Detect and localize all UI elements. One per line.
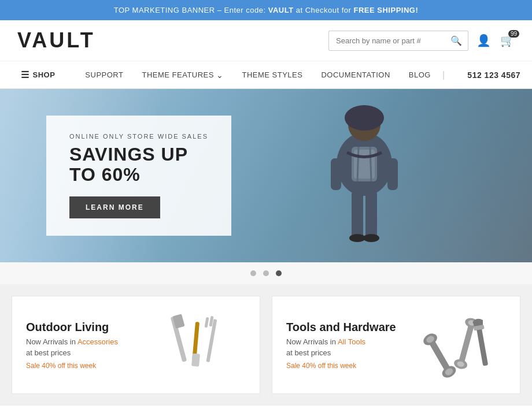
header: VAULT 🔍 👤 🛒 99	[0, 20, 532, 61]
hamburger-icon: ☰	[21, 69, 29, 80]
card-tools-title: Tools and Hardware	[286, 321, 402, 334]
shop-nav-item[interactable]: ☰ SHOP	[12, 61, 64, 88]
main-nav: ☰ SHOP SUPPORT THEME FEATURES ⌄ THEME ST…	[0, 61, 532, 89]
card-outdoor-image	[142, 310, 246, 380]
shop-label: SHOP	[33, 70, 56, 79]
search-icon: 🔍	[450, 36, 462, 46]
tools-sale-off: 40% off	[302, 362, 325, 370]
nav-links: SUPPORT THEME FEATURES ⌄ THEME STYLES DO…	[76, 62, 520, 88]
hero-person-image	[266, 89, 463, 262]
user-icon: 👤	[476, 34, 491, 47]
nav-theme-styles[interactable]: THEME STYLES	[232, 62, 312, 87]
banner-text-prefix: TOP MARKETING BANNER – Enter code:	[114, 6, 268, 14]
search-button[interactable]: 🔍	[445, 31, 468, 50]
top-banner: TOP MARKETING BANNER – Enter code: VAULT…	[0, 0, 532, 20]
nav-divider: |	[440, 70, 447, 80]
chevron-down-icon: ⌄	[216, 70, 224, 80]
card-outdoor-info: Outdoor Living Now Arrivals in Accessori…	[26, 321, 142, 370]
svg-point-9	[349, 234, 365, 242]
product-cards-section: Outdoor Living Now Arrivals in Accessori…	[0, 284, 532, 406]
search-bar: 🔍	[328, 31, 468, 51]
header-icons: 👤 🛒 99	[476, 34, 515, 47]
card-outdoor-title: Outdoor Living	[26, 321, 142, 334]
featured-products-title: FEATURED PRODUCTS	[0, 406, 532, 416]
card-tools-sale: Sale 40% off this week	[286, 362, 402, 370]
search-input[interactable]	[329, 32, 445, 49]
cart-button[interactable]: 🛒 99	[500, 34, 515, 47]
nav-theme-features[interactable]: THEME FEATURES ⌄	[132, 62, 232, 88]
hero-title: SAVINGS UP TO 60%	[69, 144, 208, 185]
carousel-dot-3[interactable]	[276, 270, 282, 276]
hero-content-box: ONLINE ONLY STORE WIDE SALES SAVINGS UP …	[46, 116, 231, 236]
carousel-dot-1[interactable]	[250, 270, 256, 276]
svg-line-6	[370, 147, 371, 181]
card-tools-subtitle: Now Arrivals in All Tools	[286, 337, 402, 346]
svg-rect-18	[204, 317, 209, 328]
svg-rect-25	[458, 323, 474, 365]
svg-point-2	[345, 105, 384, 131]
carousel-dots	[0, 262, 532, 284]
user-icon-button[interactable]: 👤	[476, 34, 491, 47]
svg-rect-8	[365, 192, 377, 238]
svg-rect-7	[352, 192, 363, 238]
card-outdoor-sale: Sale 40% off this week	[26, 362, 142, 370]
banner-text-suffix: at Checkout for	[294, 6, 354, 14]
hero-section: ONLINE ONLY STORE WIDE SALES SAVINGS UP …	[0, 89, 532, 262]
nav-phone[interactable]: 512 123 4567	[467, 70, 520, 80]
svg-line-5	[357, 147, 359, 181]
svg-rect-16	[191, 354, 200, 367]
nav-documentation[interactable]: DOCUMENTATION	[312, 62, 399, 87]
card-tools-link[interactable]: All Tools	[338, 337, 365, 346]
card-outdoor-price: at best prices	[26, 348, 142, 357]
svg-point-10	[363, 234, 379, 242]
outdoor-sale-off: 40% off	[42, 362, 65, 370]
banner-free: FREE SHIPPING!	[354, 6, 419, 14]
product-card-outdoor: Outdoor Living Now Arrivals in Accessori…	[12, 296, 260, 394]
svg-rect-12	[387, 158, 398, 190]
card-tools-image	[402, 310, 506, 380]
product-card-tools: Tools and Hardware Now Arrivals in All T…	[272, 296, 520, 394]
cart-count: 99	[508, 30, 519, 38]
svg-rect-11	[331, 158, 341, 190]
hero-subtitle: ONLINE ONLY STORE WIDE SALES	[69, 133, 208, 140]
header-right: 🔍 👤 🛒 99	[328, 31, 515, 51]
carousel-dot-2[interactable]	[263, 270, 269, 276]
hero-learn-more-button[interactable]: LEARN MORE	[69, 196, 160, 218]
nav-blog[interactable]: BLOG	[400, 62, 440, 87]
card-tools-price: at best prices	[286, 348, 402, 357]
banner-code: VAULT	[268, 6, 294, 14]
card-outdoor-link[interactable]: Accessories	[77, 337, 118, 346]
nav-support[interactable]: SUPPORT	[76, 62, 132, 87]
card-tools-info: Tools and Hardware Now Arrivals in All T…	[286, 321, 402, 370]
card-outdoor-subtitle: Now Arrivals in Accessories	[26, 337, 142, 346]
logo[interactable]: VAULT	[17, 28, 95, 53]
